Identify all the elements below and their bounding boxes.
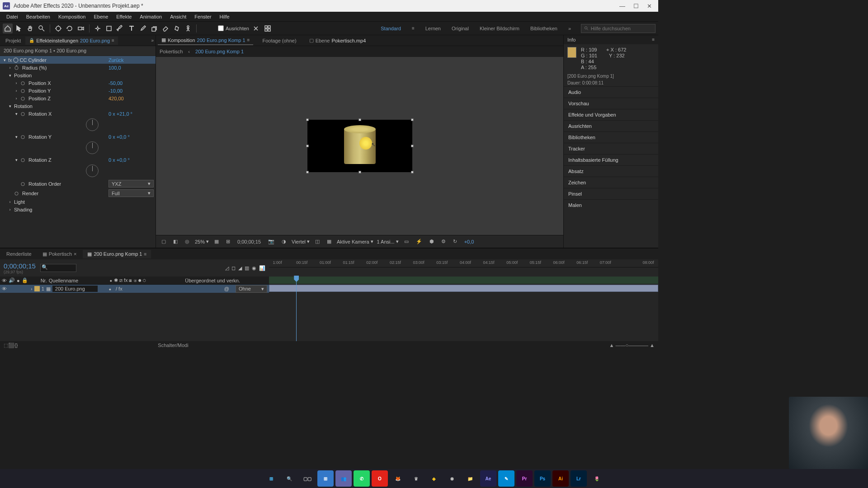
- prop-rotation-z[interactable]: ▾ Rotation Z0 x +0,0 °: [0, 156, 156, 164]
- menu-animation[interactable]: Animation: [136, 13, 165, 20]
- composition-viewer[interactable]: ↖: [156, 57, 563, 235]
- guide-toggle[interactable]: ⊞: [224, 239, 232, 244]
- handle[interactable]: [306, 145, 309, 147]
- panel-paragraph[interactable]: Absatz: [564, 165, 658, 177]
- help-search[interactable]: [581, 24, 656, 33]
- prop-position-group[interactable]: ▾Position: [0, 71, 156, 79]
- workspace-standard[interactable]: Standard: [376, 25, 406, 32]
- prop-light[interactable]: ›Light: [0, 198, 156, 206]
- tl-frame-blend-icon[interactable]: ▥: [245, 265, 249, 271]
- views-dropdown[interactable]: 1 Ansi...▾: [377, 239, 399, 244]
- renderer-icon[interactable]: ⚙: [439, 239, 448, 244]
- stopwatch-icon[interactable]: [20, 157, 26, 163]
- handle[interactable]: [359, 118, 361, 121]
- panel-menu-icon[interactable]: ≡: [652, 37, 655, 42]
- camera-tool[interactable]: [76, 23, 86, 33]
- playhead[interactable]: [296, 277, 297, 341]
- panel-libraries[interactable]: Bibliotheken: [564, 131, 658, 143]
- info-panel-title[interactable]: Info: [567, 37, 576, 42]
- home-tool[interactable]: [3, 23, 13, 33]
- canvas[interactable]: ↖: [307, 120, 412, 172]
- snap-icon[interactable]: [251, 23, 261, 33]
- resolution-dropdown[interactable]: Viertel▾: [292, 239, 310, 244]
- handle[interactable]: [411, 118, 414, 121]
- parent-pickwhip-icon[interactable]: @: [224, 286, 229, 291]
- viewer-time[interactable]: 0;00;00;15: [236, 239, 263, 244]
- zoom-tool[interactable]: [37, 23, 47, 33]
- toggle-modes-icon[interactable]: ⬛: [8, 343, 14, 348]
- grid-toggle[interactable]: ▦: [212, 239, 221, 244]
- brush-tool[interactable]: [138, 23, 148, 33]
- solo-icon[interactable]: ●: [17, 278, 20, 283]
- workspace-libraries[interactable]: Bibliotheken: [526, 25, 562, 32]
- panel-align[interactable]: Ausrichten: [564, 120, 658, 131]
- layer-name[interactable]: 200 Euro.png: [52, 286, 98, 292]
- exposure-value[interactable]: +0,0: [462, 239, 476, 244]
- panel-overflow[interactable]: »: [151, 38, 154, 43]
- fast-preview-icon[interactable]: ⚡: [414, 239, 424, 244]
- layer-row-1[interactable]: 👁 › 1 ▦ 200 Euro.png ⬥ / fx @ Ohne▾: [0, 285, 269, 293]
- refresh-icon[interactable]: ↻: [451, 239, 459, 244]
- breadcrumb-parent[interactable]: Pokertisch: [160, 49, 183, 54]
- tl-footer-label[interactable]: Schalter/Modi: [158, 343, 188, 348]
- effect-visible-icon[interactable]: [13, 57, 19, 63]
- timecode[interactable]: 0;00;00;15: [4, 262, 36, 270]
- tl-tab-render[interactable]: Renderliste: [2, 250, 36, 258]
- panel-character[interactable]: Zeichen: [564, 177, 658, 188]
- prop-rotation-group[interactable]: ▾Rotation: [0, 102, 156, 110]
- 3d-icon[interactable]: ⬢: [428, 239, 436, 244]
- panel-paint[interactable]: Malen: [564, 199, 658, 211]
- timeline-tracks[interactable]: [269, 277, 658, 341]
- stopwatch-icon[interactable]: [20, 88, 26, 94]
- camera-dropdown[interactable]: Aktive Kamera▾: [337, 239, 373, 244]
- eraser-tool[interactable]: [160, 23, 170, 33]
- work-area[interactable]: [269, 277, 658, 284]
- menu-window[interactable]: Fenster: [191, 13, 215, 20]
- workspace-menu-icon[interactable]: ≡: [407, 25, 419, 32]
- pen-tool[interactable]: [115, 23, 125, 33]
- stopwatch-icon[interactable]: [20, 181, 26, 187]
- layer-tab[interactable]: ▢ Ebene Pokertisch.mp4: [306, 36, 370, 45]
- help-search-input[interactable]: [591, 26, 652, 31]
- prop-rotation-x[interactable]: ▾ Rotation X0 x +21,0 °: [0, 110, 156, 117]
- menu-view[interactable]: Ansicht: [166, 13, 190, 20]
- rotation-x-dial[interactable]: [86, 118, 156, 131]
- lock-icon[interactable]: 🔒: [29, 38, 34, 43]
- prop-radius[interactable]: › Radius (%) 100,0: [0, 64, 156, 71]
- workspace-small[interactable]: Kleiner Bildschirm: [475, 25, 524, 32]
- minimize-button[interactable]: —: [619, 3, 625, 9]
- workspace-original[interactable]: Original: [447, 25, 473, 32]
- stopwatch-icon[interactable]: [20, 134, 26, 140]
- hand-tool[interactable]: [25, 23, 35, 33]
- text-tool[interactable]: [127, 23, 137, 33]
- menu-edit[interactable]: Bearbeiten: [23, 13, 54, 20]
- menu-composition[interactable]: Komposition: [55, 13, 90, 20]
- panel-effects-presets[interactable]: Effekte und Vorgaben: [564, 109, 658, 120]
- rotation-y-dial[interactable]: [86, 141, 156, 154]
- prop-shading[interactable]: ›Shading: [0, 206, 156, 213]
- roi-icon[interactable]: ◫: [313, 239, 321, 244]
- composition-tab[interactable]: ▦ Komposition 200 Euro.png Komp 1 ≡: [158, 36, 253, 45]
- prop-rotation-order[interactable]: Rotation Order YXZ▾: [0, 179, 156, 188]
- timeline-ruler[interactable]: 1:00f 00:15f 01:00f 01:15f 02:00f 02:15f…: [269, 259, 658, 277]
- handle[interactable]: [411, 171, 414, 174]
- menu-effects[interactable]: Effekte: [113, 13, 135, 20]
- menu-help[interactable]: Hilfe: [216, 13, 233, 20]
- layer-bar[interactable]: [269, 285, 658, 292]
- anchor-tool[interactable]: [93, 23, 103, 33]
- toggle-switches-icon[interactable]: ⬚: [4, 343, 8, 348]
- panel-brushes[interactable]: Pinsel: [564, 188, 658, 199]
- stopwatch-icon[interactable]: [14, 191, 19, 196]
- tl-graph-icon[interactable]: 📊: [259, 265, 265, 271]
- color-mgmt-icon[interactable]: ◑: [280, 239, 288, 244]
- alpha-icon[interactable]: ◧: [171, 239, 179, 244]
- workspace-learn[interactable]: Lernen: [421, 25, 445, 32]
- tab-menu-icon[interactable]: ≡: [112, 38, 114, 43]
- handle[interactable]: [411, 145, 414, 147]
- effect-controls-tab[interactable]: 🔒 Effekteinstellungen 200 Euro.png ≡: [25, 37, 118, 45]
- clone-tool[interactable]: [149, 23, 159, 33]
- prop-position-y[interactable]: › Position Y-10,00: [0, 87, 156, 94]
- rotation-z-dial[interactable]: [86, 164, 156, 177]
- panel-content-fill[interactable]: Inhaltsbasierte Füllung: [564, 154, 658, 165]
- puppet-tool[interactable]: [183, 23, 193, 33]
